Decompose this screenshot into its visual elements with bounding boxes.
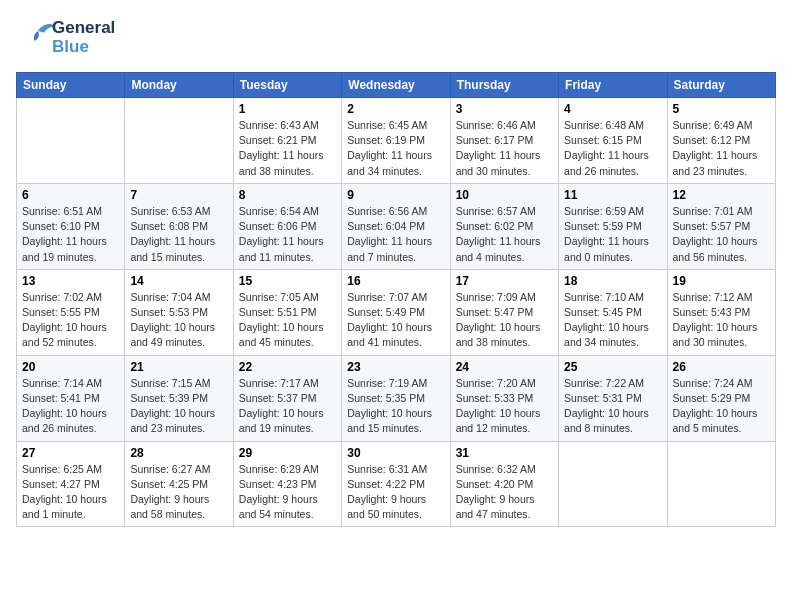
calendar-cell: 6Sunrise: 6:51 AM Sunset: 6:10 PM Daylig…	[17, 183, 125, 269]
calendar-cell: 21Sunrise: 7:15 AM Sunset: 5:39 PM Dayli…	[125, 355, 233, 441]
day-info: Sunrise: 6:43 AM Sunset: 6:21 PM Dayligh…	[239, 118, 336, 179]
day-info: Sunrise: 6:32 AM Sunset: 4:20 PM Dayligh…	[456, 462, 553, 523]
calendar-cell: 31Sunrise: 6:32 AM Sunset: 4:20 PM Dayli…	[450, 441, 558, 527]
calendar-cell: 5Sunrise: 6:49 AM Sunset: 6:12 PM Daylig…	[667, 98, 775, 184]
day-info: Sunrise: 6:27 AM Sunset: 4:25 PM Dayligh…	[130, 462, 227, 523]
day-number: 17	[456, 274, 553, 288]
day-number: 4	[564, 102, 661, 116]
calendar-cell: 3Sunrise: 6:46 AM Sunset: 6:17 PM Daylig…	[450, 98, 558, 184]
day-info: Sunrise: 6:53 AM Sunset: 6:08 PM Dayligh…	[130, 204, 227, 265]
calendar-cell: 22Sunrise: 7:17 AM Sunset: 5:37 PM Dayli…	[233, 355, 341, 441]
day-number: 21	[130, 360, 227, 374]
calendar-cell: 17Sunrise: 7:09 AM Sunset: 5:47 PM Dayli…	[450, 269, 558, 355]
day-number: 1	[239, 102, 336, 116]
logo-blue-text: Blue	[52, 38, 115, 57]
day-info: Sunrise: 6:46 AM Sunset: 6:17 PM Dayligh…	[456, 118, 553, 179]
weekday-header-wednesday: Wednesday	[342, 73, 450, 98]
calendar-week-1: 1Sunrise: 6:43 AM Sunset: 6:21 PM Daylig…	[17, 98, 776, 184]
day-number: 5	[673, 102, 770, 116]
day-number: 24	[456, 360, 553, 374]
calendar-table: SundayMondayTuesdayWednesdayThursdayFrid…	[16, 72, 776, 527]
day-number: 13	[22, 274, 119, 288]
calendar-header-row: SundayMondayTuesdayWednesdayThursdayFrid…	[17, 73, 776, 98]
day-number: 16	[347, 274, 444, 288]
weekday-header-saturday: Saturday	[667, 73, 775, 98]
day-info: Sunrise: 7:07 AM Sunset: 5:49 PM Dayligh…	[347, 290, 444, 351]
calendar-cell	[125, 98, 233, 184]
calendar-cell: 14Sunrise: 7:04 AM Sunset: 5:53 PM Dayli…	[125, 269, 233, 355]
day-info: Sunrise: 7:14 AM Sunset: 5:41 PM Dayligh…	[22, 376, 119, 437]
day-info: Sunrise: 6:49 AM Sunset: 6:12 PM Dayligh…	[673, 118, 770, 179]
calendar-cell: 13Sunrise: 7:02 AM Sunset: 5:55 PM Dayli…	[17, 269, 125, 355]
calendar-cell: 16Sunrise: 7:07 AM Sunset: 5:49 PM Dayli…	[342, 269, 450, 355]
calendar-cell: 27Sunrise: 6:25 AM Sunset: 4:27 PM Dayli…	[17, 441, 125, 527]
calendar-cell: 12Sunrise: 7:01 AM Sunset: 5:57 PM Dayli…	[667, 183, 775, 269]
day-info: Sunrise: 7:22 AM Sunset: 5:31 PM Dayligh…	[564, 376, 661, 437]
day-info: Sunrise: 7:04 AM Sunset: 5:53 PM Dayligh…	[130, 290, 227, 351]
logo-svg: General Blue	[16, 16, 115, 60]
day-number: 29	[239, 446, 336, 460]
day-number: 15	[239, 274, 336, 288]
day-info: Sunrise: 6:51 AM Sunset: 6:10 PM Dayligh…	[22, 204, 119, 265]
logo-general-text: General	[52, 19, 115, 38]
day-info: Sunrise: 6:31 AM Sunset: 4:22 PM Dayligh…	[347, 462, 444, 523]
calendar-cell: 20Sunrise: 7:14 AM Sunset: 5:41 PM Dayli…	[17, 355, 125, 441]
calendar-cell	[559, 441, 667, 527]
calendar-cell: 4Sunrise: 6:48 AM Sunset: 6:15 PM Daylig…	[559, 98, 667, 184]
day-number: 23	[347, 360, 444, 374]
day-info: Sunrise: 7:12 AM Sunset: 5:43 PM Dayligh…	[673, 290, 770, 351]
calendar-cell: 25Sunrise: 7:22 AM Sunset: 5:31 PM Dayli…	[559, 355, 667, 441]
logo-text-wrapper: General Blue	[52, 19, 115, 56]
day-info: Sunrise: 6:45 AM Sunset: 6:19 PM Dayligh…	[347, 118, 444, 179]
calendar-cell: 2Sunrise: 6:45 AM Sunset: 6:19 PM Daylig…	[342, 98, 450, 184]
day-info: Sunrise: 7:24 AM Sunset: 5:29 PM Dayligh…	[673, 376, 770, 437]
logo: General Blue	[16, 16, 115, 60]
calendar-cell: 11Sunrise: 6:59 AM Sunset: 5:59 PM Dayli…	[559, 183, 667, 269]
calendar-cell: 7Sunrise: 6:53 AM Sunset: 6:08 PM Daylig…	[125, 183, 233, 269]
calendar-cell: 8Sunrise: 6:54 AM Sunset: 6:06 PM Daylig…	[233, 183, 341, 269]
day-number: 8	[239, 188, 336, 202]
day-number: 12	[673, 188, 770, 202]
day-number: 6	[22, 188, 119, 202]
day-info: Sunrise: 7:20 AM Sunset: 5:33 PM Dayligh…	[456, 376, 553, 437]
calendar-cell: 29Sunrise: 6:29 AM Sunset: 4:23 PM Dayli…	[233, 441, 341, 527]
day-number: 11	[564, 188, 661, 202]
day-info: Sunrise: 7:17 AM Sunset: 5:37 PM Dayligh…	[239, 376, 336, 437]
calendar-week-3: 13Sunrise: 7:02 AM Sunset: 5:55 PM Dayli…	[17, 269, 776, 355]
calendar-cell: 19Sunrise: 7:12 AM Sunset: 5:43 PM Dayli…	[667, 269, 775, 355]
calendar-cell	[17, 98, 125, 184]
day-number: 3	[456, 102, 553, 116]
day-number: 27	[22, 446, 119, 460]
day-number: 26	[673, 360, 770, 374]
calendar-cell: 10Sunrise: 6:57 AM Sunset: 6:02 PM Dayli…	[450, 183, 558, 269]
day-info: Sunrise: 7:09 AM Sunset: 5:47 PM Dayligh…	[456, 290, 553, 351]
day-number: 2	[347, 102, 444, 116]
day-info: Sunrise: 6:29 AM Sunset: 4:23 PM Dayligh…	[239, 462, 336, 523]
day-number: 7	[130, 188, 227, 202]
day-info: Sunrise: 6:48 AM Sunset: 6:15 PM Dayligh…	[564, 118, 661, 179]
day-info: Sunrise: 6:54 AM Sunset: 6:06 PM Dayligh…	[239, 204, 336, 265]
day-number: 28	[130, 446, 227, 460]
calendar-cell: 23Sunrise: 7:19 AM Sunset: 5:35 PM Dayli…	[342, 355, 450, 441]
day-number: 19	[673, 274, 770, 288]
calendar-cell: 1Sunrise: 6:43 AM Sunset: 6:21 PM Daylig…	[233, 98, 341, 184]
calendar-cell: 24Sunrise: 7:20 AM Sunset: 5:33 PM Dayli…	[450, 355, 558, 441]
weekday-header-thursday: Thursday	[450, 73, 558, 98]
day-number: 30	[347, 446, 444, 460]
day-info: Sunrise: 7:10 AM Sunset: 5:45 PM Dayligh…	[564, 290, 661, 351]
day-number: 31	[456, 446, 553, 460]
page-header: General Blue	[16, 16, 776, 60]
calendar-week-4: 20Sunrise: 7:14 AM Sunset: 5:41 PM Dayli…	[17, 355, 776, 441]
day-number: 10	[456, 188, 553, 202]
day-info: Sunrise: 7:19 AM Sunset: 5:35 PM Dayligh…	[347, 376, 444, 437]
calendar-cell: 15Sunrise: 7:05 AM Sunset: 5:51 PM Dayli…	[233, 269, 341, 355]
day-info: Sunrise: 7:15 AM Sunset: 5:39 PM Dayligh…	[130, 376, 227, 437]
weekday-header-sunday: Sunday	[17, 73, 125, 98]
weekday-header-friday: Friday	[559, 73, 667, 98]
day-number: 22	[239, 360, 336, 374]
calendar-cell	[667, 441, 775, 527]
day-info: Sunrise: 6:57 AM Sunset: 6:02 PM Dayligh…	[456, 204, 553, 265]
calendar-week-2: 6Sunrise: 6:51 AM Sunset: 6:10 PM Daylig…	[17, 183, 776, 269]
calendar-week-5: 27Sunrise: 6:25 AM Sunset: 4:27 PM Dayli…	[17, 441, 776, 527]
day-info: Sunrise: 6:25 AM Sunset: 4:27 PM Dayligh…	[22, 462, 119, 523]
